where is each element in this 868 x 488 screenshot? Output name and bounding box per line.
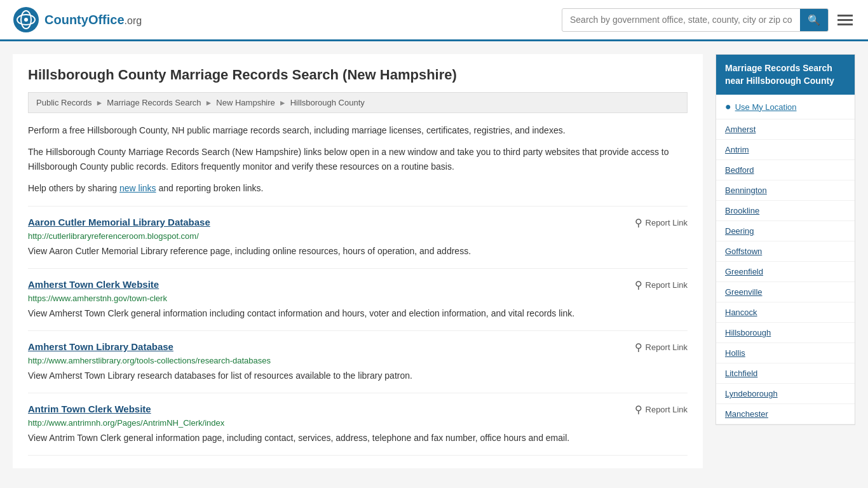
sidebar-link-manchester[interactable]: Manchester [716,404,855,424]
site-header: CountyOffice.org 🔍 [0,0,868,41]
breadcrumb-new-hampshire[interactable]: New Hampshire [216,98,275,107]
use-my-location[interactable]: ● Use My Location [716,95,855,119]
menu-line-3 [837,24,853,25]
result-url-3[interactable]: http://www.antrimnh.org/Pages/AntrimNH_C… [28,418,688,428]
result-item: Amherst Town Library Database ⚲ Report L… [28,331,688,393]
report-link-0[interactable]: ⚲ Report Link [635,217,688,229]
report-link-3[interactable]: ⚲ Report Link [635,403,688,416]
description-para3: Help others by sharing new links and rep… [28,181,688,195]
result-title-0[interactable]: Aaron Cutler Memorial Library Database [28,217,210,227]
breadcrumb-sep-3: ► [279,98,287,107]
menu-line-2 [837,19,853,21]
breadcrumb-hillsborough: Hillsborough County [290,98,365,107]
result-item: Aaron Cutler Memorial Library Database ⚲… [28,206,688,269]
header-right: 🔍 [562,8,855,32]
content-area: Hillsborough County Marriage Records Sea… [0,41,868,481]
menu-line-1 [837,15,853,17]
report-label-0: Report Link [646,218,688,227]
sidebar-link-antrim[interactable]: Antrim [716,140,855,160]
new-links-link[interactable]: new links [119,183,156,193]
sidebar-link-brookline[interactable]: Brookline [716,201,855,221]
logo-area: CountyOffice.org [13,6,142,33]
result-desc-0: View Aaron Cutler Memorial Library refer… [28,245,688,258]
report-icon-3: ⚲ [635,403,642,416]
sidebar-link-greenville[interactable]: Greenville [716,282,855,302]
search-button[interactable]: 🔍 [800,9,828,31]
report-link-2[interactable]: ⚲ Report Link [635,341,688,353]
breadcrumb-sep-2: ► [205,98,212,107]
report-icon-1: ⚲ [635,279,642,291]
search-input[interactable] [562,10,800,30]
report-link-1[interactable]: ⚲ Report Link [635,279,688,291]
report-label-3: Report Link [646,405,688,414]
main-content: Hillsborough County Marriage Records Sea… [13,54,703,468]
sidebar-box: Marriage Records Search near Hillsboroug… [715,54,855,425]
description-para1: Perform a free Hillsborough County, NH p… [28,123,688,137]
sidebar-link-bennington[interactable]: Bennington [716,180,855,201]
sidebar-links: AmherstAntrimBedfordBenningtonBrooklineD… [716,119,855,424]
result-url-0[interactable]: http://cutlerlibraryreferenceroom.blogsp… [28,231,688,241]
result-url-2[interactable]: http://www.amherstlibrary.org/tools-coll… [28,356,688,365]
location-text: Use My Location [735,102,797,112]
result-header: Aaron Cutler Memorial Library Database ⚲… [28,217,688,229]
menu-button[interactable] [835,12,855,28]
svg-point-3 [24,18,28,22]
result-item: Antrim Town Clerk Website ⚲ Report Link … [28,393,688,456]
report-icon-2: ⚲ [635,341,642,353]
description-para2: The Hillsborough County Marriage Records… [28,145,688,173]
desc-para3-prefix: Help others by sharing [28,183,119,193]
result-url-1[interactable]: https://www.amherstnh.gov/town-clerk [28,294,688,303]
sidebar-link-litchfield[interactable]: Litchfield [716,363,855,384]
sidebar-link-lyndeborough[interactable]: Lyndeborough [716,384,855,404]
result-desc-1: View Amherst Town Clerk general informat… [28,307,688,320]
page-title: Hillsborough County Marriage Records Sea… [28,67,688,83]
sidebar-link-goffstown[interactable]: Goffstown [716,241,855,262]
result-header: Amherst Town Library Database ⚲ Report L… [28,341,688,353]
sidebar-link-hollis[interactable]: Hollis [716,343,855,363]
result-title-2[interactable]: Amherst Town Library Database [28,341,173,352]
breadcrumb-marriage-records[interactable]: Marriage Records Search [107,98,201,107]
main-wrapper: Hillsborough County Marriage Records Sea… [0,41,868,488]
result-desc-3: View Antrim Town Clerk general informati… [28,431,688,445]
report-icon-0: ⚲ [635,217,642,229]
sidebar-link-bedford[interactable]: Bedford [716,160,855,180]
result-header: Antrim Town Clerk Website ⚲ Report Link [28,403,688,416]
logo-icon [13,6,39,33]
result-desc-2: View Amherst Town Library research datab… [28,369,688,383]
sidebar-link-greenfield[interactable]: Greenfield [716,262,855,282]
result-header: Amherst Town Clerk Website ⚲ Report Link [28,279,688,291]
report-label-1: Report Link [646,280,688,290]
sidebar-link-hancock[interactable]: Hancock [716,302,855,323]
location-icon: ● [725,101,731,112]
sidebar-link-deering[interactable]: Deering [716,221,855,241]
breadcrumb: Public Records ► Marriage Records Search… [28,92,688,113]
desc-para3-suffix: and reporting broken links. [156,183,264,193]
logo-text: CountyOffice.org [44,13,142,27]
sidebar-header: Marriage Records Search near Hillsboroug… [716,55,855,95]
results-container: Aaron Cutler Memorial Library Database ⚲… [28,206,688,456]
report-label-2: Report Link [646,342,688,352]
result-title-1[interactable]: Amherst Town Clerk Website [28,279,159,290]
breadcrumb-public-records[interactable]: Public Records [36,98,92,107]
result-item: Amherst Town Clerk Website ⚲ Report Link… [28,269,688,331]
sidebar: Marriage Records Search near Hillsboroug… [715,54,855,468]
sidebar-link-amherst[interactable]: Amherst [716,119,855,140]
breadcrumb-sep-1: ► [95,98,103,107]
sidebar-link-hillsborough[interactable]: Hillsborough [716,323,855,343]
search-bar: 🔍 [562,8,829,32]
result-title-3[interactable]: Antrim Town Clerk Website [28,403,151,414]
